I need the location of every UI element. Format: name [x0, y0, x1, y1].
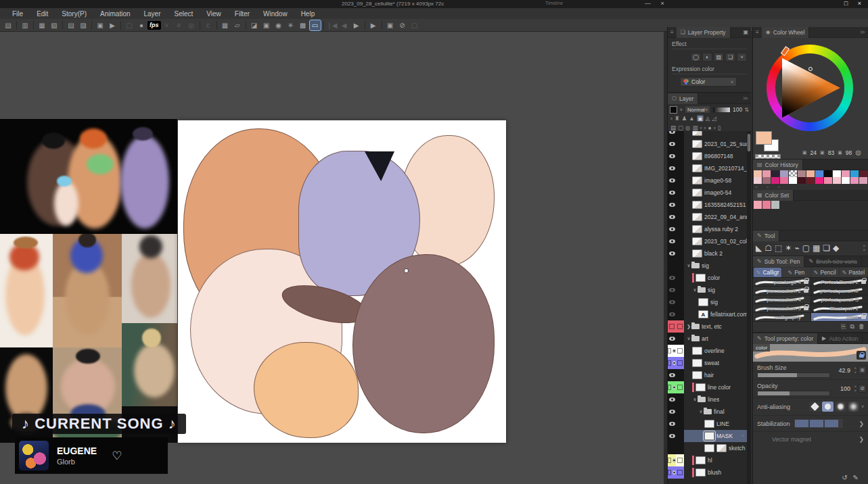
- blend-tool-icon[interactable]: ❏: [823, 243, 830, 253]
- color-swatch[interactable]: [780, 170, 788, 177]
- layer-row[interactable]: image0-54: [668, 187, 748, 199]
- document-window-controls[interactable]: — ×: [645, 0, 668, 7]
- layer-row[interactable]: line color: [668, 381, 748, 393]
- light-table-icon[interactable]: ●: [136, 20, 147, 30]
- layer-row[interactable]: blush: [668, 466, 748, 479]
- color-swatch[interactable]: [850, 177, 859, 184]
- layer-row[interactable]: sig: [668, 296, 748, 308]
- loop-icon[interactable]: ◎: [186, 20, 197, 30]
- color-swatch[interactable]: [754, 201, 762, 209]
- menu-file[interactable]: File: [5, 10, 30, 18]
- menu-edit[interactable]: Edit: [30, 10, 55, 18]
- layer-color-cell[interactable]: [668, 348, 671, 354]
- color-swatch[interactable]: [815, 177, 823, 184]
- panel-menu-icon[interactable]: ≡: [668, 29, 677, 35]
- layer-color-cell[interactable]: [668, 470, 671, 475]
- camera-icon[interactable]: ▣: [385, 20, 396, 30]
- visibility-eye-icon[interactable]: [669, 154, 675, 158]
- folder-toggle-icon[interactable]: ∨: [698, 409, 704, 414]
- layer-panel-icon[interactable]: ▯: [718, 124, 721, 131]
- visibility-eye-icon[interactable]: [669, 251, 675, 256]
- effect-more-icon[interactable]: ˅: [737, 53, 747, 62]
- knife-tool-icon[interactable]: ◆: [833, 243, 839, 253]
- page-spread-icon[interactable]: ▥: [20, 20, 30, 30]
- color-swatch[interactable]: [762, 170, 771, 177]
- first-frame-icon[interactable]: ❘◀: [327, 20, 338, 30]
- color-swatch[interactable]: [789, 177, 797, 184]
- layer-header-extra-icon[interactable]: ≫: [743, 95, 748, 101]
- opacity-slider[interactable]: [712, 107, 731, 113]
- aa-none-button[interactable]: [809, 402, 821, 412]
- next-page-icon[interactable]: ▧: [49, 20, 60, 30]
- layer-panel-icon[interactable]: ▢: [678, 124, 683, 131]
- layer-row[interactable]: IMG_20210714_065921: [668, 162, 748, 174]
- layer-row[interactable]: ∨art: [668, 333, 748, 345]
- layer-list-scrollbar[interactable]: [747, 131, 751, 484]
- folder-toggle-icon[interactable]: ❯: [686, 324, 691, 329]
- menu-filter[interactable]: Filter: [228, 10, 256, 18]
- onion-skin-icon[interactable]: ▢: [124, 20, 135, 30]
- visibility-eye-icon[interactable]: [669, 312, 675, 316]
- brush-tab-calligr[interactable]: ✎Calligr: [754, 268, 781, 277]
- layer-color-cell[interactable]: [668, 458, 671, 463]
- pattern-tool-icon[interactable]: ▦: [813, 243, 820, 253]
- blend-mode-select[interactable]: Normal˅: [685, 105, 710, 114]
- layer-row[interactable]: ∨sig: [668, 260, 748, 272]
- layer-panel-icon[interactable]: ♟: [682, 115, 687, 122]
- zoom-search-icon[interactable]: ◉: [273, 20, 284, 30]
- color-swatch[interactable]: [824, 177, 832, 184]
- last-page-icon[interactable]: ▨: [78, 20, 89, 30]
- color-swatch[interactable]: [833, 170, 841, 177]
- color-wheel-tab[interactable]: ◉ Color Wheel: [762, 27, 810, 38]
- play-icon[interactable]: ▶: [351, 20, 362, 30]
- menu-view[interactable]: View: [200, 10, 228, 18]
- color-swatch[interactable]: [824, 170, 832, 177]
- color-swatch[interactable]: [762, 201, 771, 209]
- layer-color-cell[interactable]: [677, 348, 683, 354]
- layer-row[interactable]: 2022_09_04_anna_a: [668, 211, 748, 223]
- history-opt-icon[interactable]: ▫: [767, 185, 768, 189]
- color-swatch[interactable]: [842, 177, 850, 184]
- visibility-eye-icon[interactable]: [669, 410, 675, 414]
- color-swatch[interactable]: [833, 177, 841, 184]
- layer-panel-icon[interactable]: ●: [708, 124, 712, 131]
- transform-icon[interactable]: ▦: [220, 20, 231, 30]
- prev-frame-icon[interactable]: ◀: [339, 20, 350, 30]
- visibility-eye-icon[interactable]: [669, 131, 675, 134]
- tool-tab[interactable]: ✎ Tool: [753, 231, 779, 241]
- color-swatch[interactable]: [780, 177, 788, 184]
- tool-opacity-slider[interactable]: [757, 391, 830, 396]
- brush-item[interactable]: pen medium 5: [753, 304, 810, 313]
- layer-row[interactable]: hair: [668, 369, 748, 381]
- brush-item[interactable]: perfect pencil S: [811, 295, 868, 304]
- reset-icon[interactable]: ↺: [842, 474, 852, 481]
- layer-row[interactable]: ∨final: [668, 406, 748, 418]
- brush-size-tab[interactable]: ✎ Brush size varia: [804, 256, 861, 267]
- layer-color-swatch[interactable]: [670, 106, 677, 114]
- delete-subtool-icon[interactable]: 🗑: [859, 323, 865, 331]
- new-page-icon[interactable]: ▤: [3, 20, 14, 30]
- color-swatch[interactable]: [842, 170, 850, 177]
- heart-icon[interactable]: ♡: [112, 449, 122, 463]
- visibility-eye-icon[interactable]: [669, 434, 675, 438]
- color-swatch[interactable]: [754, 177, 762, 184]
- color-swatch[interactable]: [771, 177, 779, 184]
- color-swatch[interactable]: [798, 170, 806, 177]
- visibility-eye-icon[interactable]: [669, 422, 675, 426]
- color-swatch[interactable]: [771, 201, 779, 209]
- layer-panel-icon[interactable]: ▫: [700, 124, 702, 131]
- color-swatch[interactable]: [798, 177, 806, 184]
- panel-menu-icon[interactable]: ≡: [753, 29, 762, 35]
- visibility-eye-icon[interactable]: [669, 373, 675, 377]
- layer-row[interactable]: 896807148: [668, 150, 748, 162]
- first-page-icon[interactable]: ▤: [66, 20, 76, 30]
- insert-page-icon[interactable]: ▣: [95, 20, 106, 30]
- layer-panel-icon[interactable]: ◿: [712, 115, 716, 122]
- import-subtool-icon[interactable]: ⎘: [841, 323, 846, 331]
- layer-panel-icon[interactable]: ◎: [685, 124, 690, 131]
- color-swatch[interactable]: [771, 170, 779, 177]
- main-window-controls[interactable]: □ ×: [844, 0, 865, 7]
- fps-caret-icon[interactable]: ˅: [162, 20, 173, 30]
- brush-item[interactable]: pen large 4: [753, 278, 810, 287]
- layer-row[interactable]: 2023_03_02_collab_s: [668, 235, 748, 247]
